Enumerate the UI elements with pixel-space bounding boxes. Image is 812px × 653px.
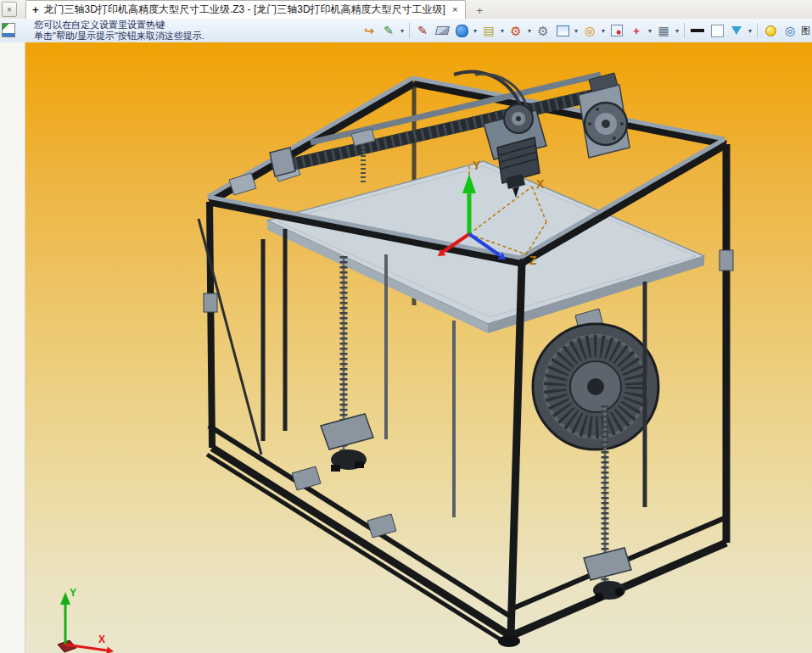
tab-pin-icon[interactable]: + [32, 4, 39, 15]
viewport-3d[interactable]: Y X Z Y X [25, 42, 812, 653]
triad-z-label: Z [529, 254, 537, 267]
exit-door-glyph: ↪ [364, 25, 374, 36]
dropdown-arrow-icon[interactable]: ▾ [647, 27, 653, 35]
hint-line-2: 单击"帮助/显示提示"按钮来取消这些提示. [34, 31, 204, 42]
layer-button-label[interactable]: 图 [800, 25, 811, 37]
triad-x-label: X [536, 177, 545, 191]
toolbar-icon-row: ↪ ✎ ▾ ✎ ▾ ▤ ▾ ⚙ ▾ ⚙ ▾ ◎ ▾ + ▾ ▦ ▾ ▾ [360, 20, 811, 41]
background-color-glyph [711, 25, 724, 37]
eraser-glyph [434, 26, 449, 35]
file-manager-icon[interactable] [2, 23, 15, 37]
filament-spool[interactable] [533, 309, 658, 449]
dropdown-arrow-icon[interactable]: ▾ [399, 27, 406, 35]
dropdown-arrow-icon[interactable]: ▾ [573, 27, 580, 35]
exit-door-icon[interactable]: ↪ [360, 21, 378, 40]
nav-axes-indicator[interactable]: Y X [58, 587, 114, 653]
pen-icon[interactable]: ✎ [413, 21, 432, 40]
material-cylinder-glyph [456, 25, 468, 37]
frame-bottom[interactable] [207, 426, 726, 647]
line-width-glyph [691, 29, 704, 32]
main-toolbar: 您可以在自定义设置里设置热键 单击"帮助/显示提示"按钮来取消这些提示. ↪ ✎… [0, 19, 812, 43]
dropdown-arrow-icon[interactable]: ▾ [674, 27, 680, 35]
light-bulb-icon[interactable] [761, 21, 780, 40]
compass-target-icon[interactable]: ◎ [580, 21, 599, 40]
document-tab[interactable]: + 龙门三轴3D打印机高精度大型尺寸工业级.Z3 - [龙门三轴3D打印机高精度… [25, 0, 466, 19]
viewport-canvas[interactable]: Y X Z Y X [25, 42, 812, 653]
gear-tools-icon[interactable]: ⚙ [534, 21, 552, 40]
render-mode-icon[interactable]: ◎ [781, 21, 799, 40]
hint-line-1: 您可以在自定义设置里设置热键 [34, 20, 204, 31]
nav-y-label: Y [70, 587, 76, 599]
gear-tools-glyph: ⚙ [537, 25, 548, 37]
compass-target-glyph: ◎ [585, 25, 595, 36]
gear-settings-icon[interactable]: ⚙ [507, 21, 525, 40]
pencil-color-icon[interactable]: ✎ [379, 21, 398, 40]
background-color-icon[interactable] [708, 21, 726, 40]
line-width-icon[interactable] [688, 21, 707, 40]
frame-point-glyph [611, 25, 623, 36]
nav-x-label: X [98, 633, 105, 645]
toolbar-separator [409, 23, 410, 38]
section-wedge-icon[interactable] [727, 21, 746, 40]
pen-glyph: ✎ [417, 25, 428, 36]
printer-model[interactable]: Y X Z [199, 72, 733, 647]
frame-point-icon[interactable] [608, 21, 626, 40]
hint-text: 您可以在自定义设置里设置热键 单击"帮助/显示提示"按钮来取消这些提示. [34, 20, 204, 42]
display-monitor-icon[interactable]: ▦ [654, 21, 673, 40]
annotation-cross-glyph: + [633, 25, 640, 36]
dropdown-arrow-icon[interactable]: ▾ [499, 27, 506, 35]
section-wedge-glyph [731, 26, 742, 35]
gear-settings-glyph: ⚙ [510, 25, 521, 37]
toolbar-separator [757, 23, 758, 38]
layer-stack-glyph: ▤ [483, 25, 494, 36]
pencil-color-glyph: ✎ [384, 25, 394, 36]
left-panel-strip [0, 42, 25, 653]
annotation-cross-icon[interactable]: + [627, 21, 646, 40]
lead-screw-left[interactable] [321, 256, 373, 472]
dropdown-arrow-icon[interactable]: ▾ [472, 27, 479, 35]
close-panel-glyph: × [7, 5, 12, 14]
dropdown-arrow-icon[interactable]: ▾ [600, 27, 607, 35]
gantry-motor-right[interactable] [579, 73, 630, 158]
display-monitor-glyph: ▦ [658, 25, 669, 36]
new-tab-button[interactable]: + [473, 3, 486, 17]
dropdown-arrow-icon[interactable]: ▾ [747, 27, 753, 35]
triad-y-label: Y [473, 159, 481, 172]
document-tab-title: 龙门三轴3D打印机高精度大型尺寸工业级.Z3 - [龙门三轴3D打印机高精度大型… [44, 3, 445, 17]
light-bulb-glyph [765, 25, 776, 36]
image-frame-icon[interactable] [553, 21, 572, 40]
toolbar-separator [684, 23, 685, 38]
eraser-icon[interactable] [433, 21, 451, 40]
close-panel-icon[interactable]: × [2, 2, 17, 17]
cad-application-window: × + 龙门三轴3D打印机高精度大型尺寸工业级.Z3 - [龙门三轴3D打印机高… [0, 0, 812, 653]
image-frame-glyph [557, 25, 569, 36]
dropdown-arrow-icon[interactable]: ▾ [526, 27, 533, 35]
render-mode-glyph: ◎ [785, 25, 795, 36]
document-tab-bar: × + 龙门三轴3D打印机高精度大型尺寸工业级.Z3 - [龙门三轴3D打印机高… [0, 0, 812, 20]
layer-stack-icon[interactable]: ▤ [479, 21, 498, 40]
tab-close-icon[interactable]: × [451, 5, 459, 14]
material-cylinder-icon[interactable] [452, 21, 471, 40]
